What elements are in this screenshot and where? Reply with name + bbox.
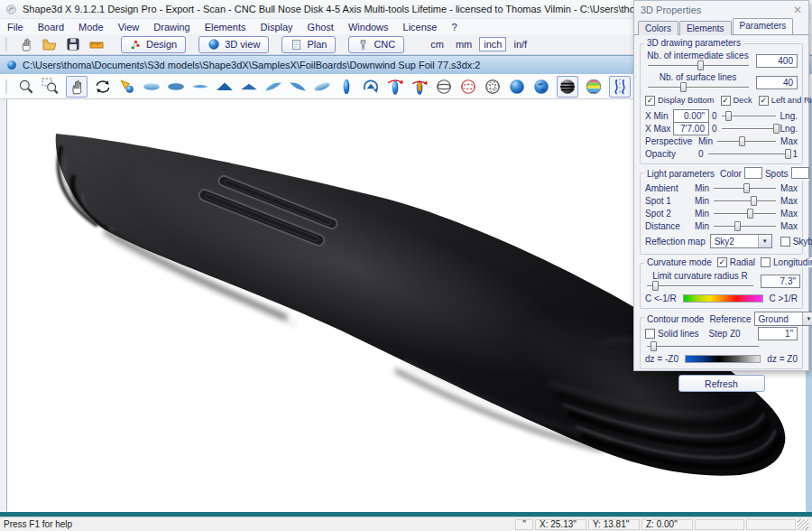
measure-icon[interactable] <box>88 36 105 52</box>
contour-legend: Contour mode <box>644 314 706 324</box>
hiddenline-sphere-icon[interactable] <box>459 78 477 96</box>
slices-slider[interactable] <box>646 61 751 70</box>
top-view-icon[interactable] <box>143 78 161 96</box>
left-right-label: Left and Right <box>771 96 812 105</box>
reference-value: Ground <box>755 314 802 324</box>
panel-close-icon[interactable]: ✕ <box>793 4 802 16</box>
deck-label: Deck <box>734 96 752 105</box>
tab-elements[interactable]: Elements <box>679 21 732 35</box>
zoom-window-icon[interactable] <box>42 78 60 96</box>
spot2-slider[interactable] <box>712 209 778 219</box>
spotlight-icon[interactable] <box>118 78 136 96</box>
light-color-swatch[interactable] <box>744 167 762 179</box>
unit-inch[interactable]: inch <box>479 37 506 51</box>
document-title: C:\Users\thoma\Documents\S3d models\Shap… <box>23 60 480 70</box>
unit-inf[interactable]: in/f <box>509 37 531 51</box>
mesh-sphere-icon[interactable] <box>484 78 502 96</box>
left-right-checkbox[interactable]: ✓ <box>759 96 769 106</box>
deck-checkbox[interactable]: ✓ <box>721 96 731 106</box>
step-z0-label: Step Z0 <box>709 329 741 339</box>
menu-windows[interactable]: Windows <box>341 21 396 33</box>
xmin-input[interactable]: 0.00" <box>673 109 709 123</box>
pan-hand-icon[interactable] <box>68 78 86 96</box>
design-button[interactable]: Design <box>121 36 186 53</box>
rotate-3d-icon[interactable] <box>94 78 112 96</box>
opacity-slider[interactable] <box>706 149 790 159</box>
limit-curvature-input[interactable]: 7.3" <box>761 275 800 288</box>
rail-left-view-icon[interactable] <box>264 78 282 96</box>
3d-view-button[interactable]: 3D view <box>198 36 269 53</box>
ambient-slider[interactable] <box>712 183 778 193</box>
skybox-checkbox[interactable] <box>780 237 790 247</box>
reference-select[interactable]: Ground ▼ <box>754 312 812 326</box>
step-z0-slider[interactable] <box>645 341 761 351</box>
xmax-input[interactable]: 7'7.00 <box>673 122 709 135</box>
opacity-zero: 0 <box>698 149 704 159</box>
menu-mode[interactable]: Mode <box>71 21 111 33</box>
solid-lines-checkbox[interactable] <box>645 329 655 339</box>
plan-button[interactable]: Plan <box>281 36 336 53</box>
tab-parameters[interactable]: Parameters <box>733 18 794 34</box>
menu-drawing[interactable]: Drawing <box>146 21 197 33</box>
tab-colors[interactable]: Colors <box>638 21 678 35</box>
menu-license[interactable]: License <box>396 21 445 33</box>
perspective-slider[interactable] <box>715 136 778 146</box>
reflection-map-select[interactable]: Sky2 ▼ <box>710 234 772 248</box>
menu-view[interactable]: View <box>111 21 147 33</box>
profile-view-icon[interactable] <box>191 78 209 96</box>
xmin-slider[interactable] <box>720 111 778 121</box>
curvature-lines-icon[interactable] <box>611 78 629 96</box>
front-view-icon[interactable] <box>337 78 355 96</box>
flip-board-icon[interactable] <box>362 78 380 96</box>
spots-color-swatch[interactable] <box>791 167 809 179</box>
refresh-button[interactable]: Refresh <box>678 375 765 392</box>
cnc-button-label: CNC <box>374 39 395 50</box>
lift-rotate-icon[interactable] <box>411 78 429 96</box>
slices-label: Nb. of intermediate slices <box>647 51 748 61</box>
slices-input[interactable]: 400 <box>756 54 798 68</box>
nose-view-icon[interactable] <box>216 78 234 96</box>
step-z0-input[interactable]: 1" <box>758 327 798 340</box>
distance-slider[interactable] <box>712 221 778 231</box>
texture-sphere-icon[interactable] <box>532 78 550 96</box>
rail-right-view-icon[interactable] <box>289 78 307 96</box>
tail-view-icon[interactable] <box>240 78 258 96</box>
rotate-long-axis-icon[interactable] <box>386 78 404 96</box>
bottom-view-icon[interactable] <box>167 78 185 96</box>
surface-lines-label: Nb. of surface lines <box>660 72 737 82</box>
solid-sphere-icon[interactable] <box>508 78 526 96</box>
spot1-max: Max <box>780 196 798 206</box>
menu-elements[interactable]: Elements <box>198 21 254 33</box>
surface-lines-input[interactable]: 40 <box>756 76 798 89</box>
radial-checkbox[interactable]: ✓ <box>717 257 727 267</box>
menu-display[interactable]: Display <box>254 21 300 33</box>
xmax-slider[interactable] <box>720 124 778 134</box>
unit-cm[interactable]: cm <box>426 37 448 51</box>
perspective-max: Max <box>780 136 798 146</box>
limit-curvature-slider[interactable] <box>645 281 755 291</box>
menu-ghost[interactable]: Ghost <box>300 21 341 33</box>
save-icon[interactable] <box>65 36 81 52</box>
zoom-in-icon[interactable] <box>17 78 35 96</box>
menu-file[interactable]: File <box>0 21 31 33</box>
menu-help[interactable]: ? <box>444 21 464 33</box>
glove-pointer-icon[interactable] <box>18 36 34 52</box>
perspective-view-icon[interactable] <box>313 78 331 96</box>
wireframe-sphere-icon[interactable] <box>435 78 453 96</box>
curvature-right-label: C >1/R <box>770 293 798 303</box>
spot2-min: Min <box>695 209 709 219</box>
surface-lines-slider[interactable] <box>646 82 751 92</box>
cnc-head-icon <box>357 39 369 51</box>
cnc-button[interactable]: CNC <box>348 36 404 53</box>
curvature-gradient-bar <box>683 294 763 303</box>
resize-grip[interactable] <box>798 519 808 530</box>
rainbow-sphere-icon[interactable] <box>585 78 603 96</box>
display-bottom-checkbox[interactable]: ✓ <box>645 96 655 106</box>
ambient-label: Ambient <box>645 183 692 193</box>
spot1-slider[interactable] <box>712 196 778 206</box>
longitudinal-checkbox[interactable] <box>761 257 770 267</box>
unit-mm[interactable]: mm <box>451 37 476 51</box>
open-folder-icon[interactable] <box>42 36 58 52</box>
stripes-sphere-icon[interactable] <box>558 78 577 96</box>
menu-board[interactable]: Board <box>31 21 71 33</box>
